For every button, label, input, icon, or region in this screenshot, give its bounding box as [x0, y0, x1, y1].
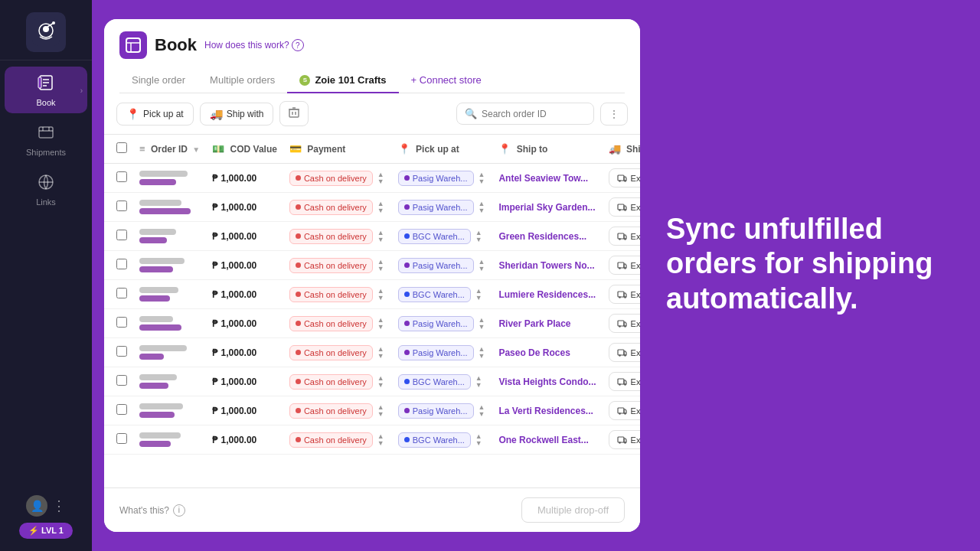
delete-button[interactable] [279, 101, 309, 126]
row-checkbox[interactable] [116, 404, 127, 415]
ship-to-text: Lumiere Residences... [498, 289, 596, 300]
extra-filter-button[interactable]: ⋮ [600, 103, 628, 126]
level-badge: ⚡ LVL 1 [19, 523, 73, 539]
more-button[interactable]: ⋮ [52, 497, 66, 514]
tab-connect-store[interactable]: + Connect store [399, 68, 494, 93]
pickup-arrow[interactable]: ▲ ▼ [474, 230, 484, 243]
cod-dot [296, 408, 301, 413]
row-cod-amount: ₱ 1,000.00 [206, 222, 283, 251]
ship-with-button[interactable]: Express courier [609, 256, 640, 275]
payment-arrow[interactable]: ▲ ▼ [376, 201, 386, 214]
row-ship-to: One Rockwell East... [492, 425, 602, 455]
row-cod-amount: ₱ 1,000.00 [206, 251, 283, 280]
sidebar-item-shipments[interactable]: Shipments [5, 116, 87, 163]
payment-arrow[interactable]: ▲ ▼ [376, 230, 386, 243]
search-box[interactable]: 🔍 [456, 103, 594, 125]
row-order-id [133, 425, 206, 455]
logo-icon [26, 12, 66, 52]
row-checkbox-cell [104, 222, 133, 251]
cod-dot [296, 379, 301, 384]
ship-to-text: Vista Heights Condo... [498, 377, 596, 387]
ship-with-button[interactable]: Express courier [609, 401, 640, 420]
select-all-checkbox[interactable] [116, 142, 127, 153]
pickup-arrow[interactable]: ▲ ▼ [477, 201, 487, 214]
ship-with-button[interactable]: Express courier [609, 227, 640, 246]
ship-to-text: River Park Place [498, 318, 570, 329]
table-row: ₱ 1,000.00 Cash on delivery ▲ ▼ BGC Ware… [104, 367, 640, 396]
row-checkbox[interactable] [116, 288, 127, 298]
toolbar: 📍 Pick up at 🚚 Ship with 🔍 [104, 93, 640, 135]
cod-badge: Cash on delivery [289, 287, 373, 302]
payment-arrow[interactable]: ▲ ▼ [376, 404, 386, 418]
tab-shopify-store[interactable]: S Zoie 101 Crafts [287, 68, 398, 93]
ship-to-text: La Verti Residences... [498, 406, 593, 416]
shipwith-icon: 🚚 [609, 143, 621, 155]
row-ship-to: Antel Seaview Tow... [492, 164, 602, 193]
sidebar-bottom: 👤 ⋮ ⚡ LVL 1 [0, 486, 92, 551]
search-input[interactable] [482, 109, 586, 119]
pickup-arrow[interactable]: ▲ ▼ [474, 375, 484, 389]
col-pickup: 📍 Pick up at [392, 135, 493, 164]
ship-with-button[interactable]: Express courier [609, 343, 640, 362]
tab-multiple-orders[interactable]: Multiple orders [198, 68, 287, 93]
row-checkbox[interactable] [116, 346, 127, 357]
payment-arrow[interactable]: ▲ ▼ [376, 317, 386, 331]
pickup-badge: Pasig Wareh... [398, 200, 474, 215]
cod-dot [296, 292, 301, 297]
pickup-arrow[interactable]: ▲ ▼ [477, 317, 487, 331]
ship-with-button[interactable]: Express courier [609, 168, 640, 187]
svg-point-37 [619, 325, 620, 327]
payment-arrow[interactable]: ▲ ▼ [376, 288, 386, 302]
row-checkbox-cell [104, 367, 133, 396]
pickup-badge: Pasig Wareh... [398, 345, 474, 360]
svg-point-28 [619, 238, 620, 240]
sidebar-item-links[interactable]: Links [5, 166, 87, 213]
whats-this[interactable]: What's this? i [119, 504, 185, 517]
sidebar-item-book[interactable]: Book › [5, 67, 87, 113]
cod-badge: Cash on delivery [289, 258, 373, 273]
ship-with-label: Express courier [631, 203, 640, 212]
ship-with-button[interactable]: Express courier [609, 197, 640, 217]
row-checkbox[interactable] [116, 171, 127, 182]
row-checkbox[interactable] [116, 259, 127, 269]
ship-with-button[interactable]: 🚚 Ship with [200, 103, 274, 126]
right-panel: Shipmates Sync unfulfilledorders for shi… [658, 212, 968, 340]
payment-arrow[interactable]: ▲ ▼ [376, 259, 386, 272]
row-checkbox[interactable] [116, 375, 127, 386]
row-checkbox[interactable] [116, 201, 127, 211]
svg-point-34 [619, 296, 620, 298]
pickup-arrow[interactable]: ▲ ▼ [477, 404, 487, 418]
ship-with-button[interactable]: Express courier [609, 285, 640, 304]
row-ship-with: Express courier [603, 164, 640, 193]
svg-point-29 [624, 238, 626, 240]
pickup-arrow[interactable]: ▲ ▼ [477, 346, 487, 360]
how-does-this-work-link[interactable]: How does this work? ? [204, 39, 304, 51]
courier-icon [617, 406, 627, 416]
ship-to-text: Sheridan Towers No... [498, 260, 594, 271]
pickup-dot [404, 437, 410, 442]
pickup-at-button[interactable]: 📍 Pick up at [116, 103, 194, 126]
ship-with-button[interactable]: Express courier [609, 314, 640, 333]
pickup-arrow[interactable]: ▲ ▼ [474, 433, 484, 447]
payment-arrow[interactable]: ▲ ▼ [376, 171, 386, 185]
row-payment: Cash on delivery ▲ ▼ [283, 251, 392, 280]
ship-with-button[interactable]: Express courier [609, 372, 640, 391]
payment-arrow[interactable]: ▲ ▼ [376, 375, 386, 389]
col-order-id[interactable]: ≡ Order ID ▼ [133, 135, 206, 164]
payment-arrow[interactable]: ▲ ▼ [376, 433, 386, 447]
multi-dropoff-button[interactable]: Multiple drop-off [521, 497, 625, 523]
row-pickup: BGC Wareh... ▲ ▼ [392, 367, 493, 396]
courier-icon [617, 377, 627, 386]
level-text: ⚡ LVL 1 [28, 526, 64, 536]
pickup-arrow[interactable]: ▲ ▼ [474, 288, 484, 302]
row-checkbox[interactable] [116, 317, 127, 328]
pickup-arrow[interactable]: ▲ ▼ [477, 259, 487, 272]
pickup-arrow[interactable]: ▲ ▼ [477, 171, 487, 185]
tab-single-order[interactable]: Single order [119, 68, 198, 93]
svg-rect-42 [618, 379, 624, 384]
payment-arrow[interactable]: ▲ ▼ [376, 346, 386, 360]
row-checkbox[interactable] [116, 230, 127, 240]
row-checkbox[interactable] [116, 433, 127, 444]
ship-with-button[interactable]: Express courier [609, 430, 640, 449]
pickup-badge: Pasig Wareh... [398, 316, 474, 331]
